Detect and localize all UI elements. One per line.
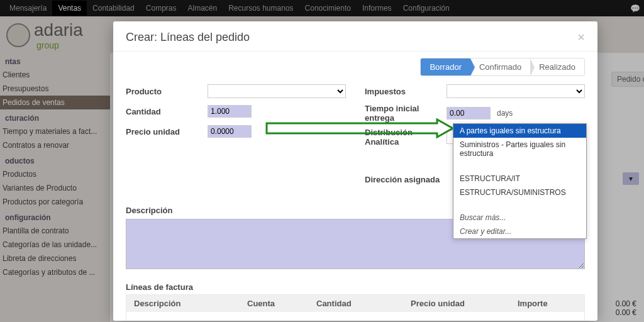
dropdown-search-more[interactable]: Buscar más...: [453, 211, 586, 225]
direccion-label: Dirección asignada: [365, 175, 447, 184]
dropdown-item[interactable]: ESTRUCTURA/IT: [453, 172, 586, 186]
cantidad-label: Cantidad: [126, 107, 208, 116]
modal-status-bar: Borrador Confirmado Realizado: [113, 52, 597, 79]
invoice-table: Descripción Cuenta Cantidad Precio unida…: [126, 294, 585, 321]
dropdown-item[interactable]: ESTRUCTURA/SUMINISTROS: [453, 186, 586, 199]
dropdown-create-edit[interactable]: Crear y editar...: [453, 225, 586, 238]
status-step-confirmado[interactable]: Confirmado: [470, 58, 530, 75]
dropdown-item-selected[interactable]: A partes iguales sin estructura: [453, 124, 586, 138]
producto-select[interactable]: [208, 84, 346, 98]
dropdown-item[interactable]: Suministros - Partes iguales sin estruct…: [453, 138, 586, 160]
impuestos-label: Impuestos: [365, 87, 447, 96]
cantidad-input[interactable]: [208, 105, 252, 118]
impuestos-select[interactable]: [447, 84, 585, 98]
invoice-col-precio: Precio unidad: [411, 299, 518, 308]
precio-input[interactable]: [208, 125, 252, 138]
precio-label: Precio unidad: [126, 127, 208, 136]
tiempo-input[interactable]: [447, 107, 491, 119]
producto-label: Producto: [126, 87, 208, 96]
invoice-col-importe: Importe: [518, 299, 577, 308]
days-unit: days: [497, 109, 513, 118]
modal-header: Crear: Líneas del pedido ×: [113, 21, 597, 52]
invoice-label: Líneas de factura: [126, 282, 585, 292]
invoice-col-desc: Descripción: [134, 299, 247, 308]
invoice-col-cuenta: Cuenta: [247, 299, 316, 308]
close-icon[interactable]: ×: [577, 30, 585, 45]
status-step-realizado[interactable]: Realizado: [530, 58, 584, 75]
annotation-arrow: [264, 118, 459, 142]
distribucion-dropdown[interactable]: A partes iguales sin estructura Suminist…: [453, 123, 587, 239]
modal-title: Crear: Líneas del pedido: [126, 31, 250, 44]
invoice-col-cantidad: Cantidad: [316, 299, 411, 308]
status-step-borrador[interactable]: Borrador: [421, 58, 470, 75]
